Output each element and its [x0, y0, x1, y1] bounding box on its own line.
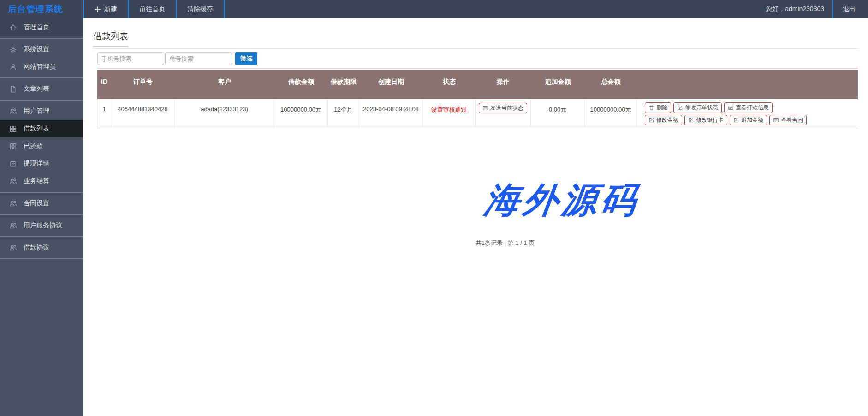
edit-bank-card-label: 修改银行卡 — [696, 116, 724, 124]
list-icon — [482, 105, 488, 111]
sidebar-group-divider — [0, 192, 83, 193]
col-header-loan-term: 借款期限 — [328, 70, 359, 99]
page-title: 借款列表 — [93, 30, 128, 47]
sidebar-item-system-settings[interactable]: 系统设置 — [0, 41, 83, 58]
table-row: 1 406444881340428 adada(12333123) 100000… — [97, 99, 858, 128]
file-icon — [9, 85, 17, 93]
sidebar-item-loan-list[interactable]: 借款列表 — [0, 120, 83, 137]
header-spacer — [225, 0, 757, 18]
col-header-id: ID — [97, 70, 111, 99]
sidebar-item-loan-agreement[interactable]: 借款协议 — [0, 239, 83, 256]
col-header-total-amount: 总金额 — [585, 70, 637, 99]
add-amount-label: 追加金额 — [741, 116, 763, 124]
plus-icon — [95, 6, 101, 12]
sidebar-item-label: 合同设置 — [24, 199, 49, 208]
edit-amount-button[interactable]: 修改金额 — [645, 115, 682, 125]
sidebar-group-divider — [0, 214, 83, 215]
cell-created-date: 2023-04-06 09:28:08 — [359, 99, 423, 128]
cell-operation: 发送当前状态 — [476, 99, 531, 128]
goto-home-button[interactable]: 前往首页 — [129, 0, 176, 18]
main-content: 借款列表 筛选 ID 订单号 客户 借款金额 借款期限 创建日期 状态 操作 追… — [83, 18, 868, 416]
logout-button[interactable]: 退出 — [833, 0, 868, 18]
user-icon — [9, 63, 17, 71]
col-header-loan-amount: 借款金额 — [274, 70, 328, 99]
sidebar-item-articles[interactable]: 文章列表 — [0, 80, 83, 98]
edit-amount-label: 修改金额 — [656, 116, 678, 124]
users-icon — [9, 107, 17, 115]
sidebar-item-business-settlement[interactable]: 业务结算 — [0, 172, 83, 190]
sidebar-item-user-management[interactable]: 用户管理 — [0, 102, 83, 120]
edit-icon — [677, 105, 683, 111]
add-amount-button[interactable]: 追加金额 — [730, 115, 767, 125]
delete-button[interactable]: 删除 — [645, 102, 671, 113]
clear-cache-button[interactable]: 清除缓存 — [177, 0, 224, 18]
sidebar-item-site-admins[interactable]: 网站管理员 — [0, 58, 83, 76]
table-header-row: ID 订单号 客户 借款金额 借款期限 创建日期 状态 操作 追加金额 总金额 — [97, 70, 858, 99]
phone-search-input[interactable] — [97, 52, 164, 65]
send-current-status-button[interactable]: 发送当前状态 — [479, 103, 527, 113]
sidebar-group-divider — [0, 236, 83, 237]
edit-bank-card-button[interactable]: 修改银行卡 — [684, 115, 727, 125]
new-button-label: 新建 — [104, 5, 117, 13]
view-payment-info-button[interactable]: 查看打款信息 — [724, 102, 773, 113]
cell-additional-amount: 0.00元 — [531, 99, 585, 128]
cell-loan-term: 12个月 — [328, 99, 359, 128]
sidebar-item-contract-settings[interactable]: 合同设置 — [0, 195, 83, 212]
sidebar-item-label: 提现详情 — [24, 160, 49, 168]
sidebar-item-withdrawal-details[interactable]: 提现详情 — [0, 155, 83, 172]
edit-icon — [688, 117, 694, 123]
edit-icon — [648, 117, 654, 123]
sidebar-group-divider — [0, 38, 83, 39]
page-title-wrap: 借款列表 — [93, 30, 858, 49]
sidebar-item-label: 借款列表 — [24, 125, 49, 133]
top-header: 后台管理系统 新建 前往首页 清除缓存 您好，admin230303 退出 — [0, 0, 868, 18]
sidebar-item-user-service-agreement[interactable]: 用户服务协议 — [0, 217, 83, 234]
sidebar-item-label: 用户管理 — [24, 107, 49, 115]
cell-customer: adada(12333123) — [175, 99, 274, 128]
sidebar-item-label: 已还款 — [24, 142, 43, 150]
cell-actions: 删除 修改订单状态 查看打款信息 — [637, 99, 858, 128]
users-icon — [9, 200, 17, 208]
sidebar-item-label: 文章列表 — [24, 85, 49, 93]
list-icon — [728, 105, 734, 111]
users-icon — [9, 178, 17, 185]
sidebar-group-divider — [0, 258, 83, 259]
cell-loan-amount: 10000000.00元 — [274, 99, 328, 128]
sidebar-group-divider — [0, 100, 83, 101]
edit-icon — [733, 117, 739, 123]
col-header-additional-amount: 追加金额 — [531, 70, 585, 99]
sidebar-item-label: 网站管理员 — [24, 63, 56, 71]
app-logo: 后台管理系统 — [0, 0, 83, 18]
sidebar-item-label: 业务结算 — [24, 177, 49, 185]
sidebar-item-dashboard[interactable]: 管理首页 — [0, 18, 83, 36]
sidebar-item-label: 系统设置 — [24, 45, 49, 53]
cell-id: 1 — [97, 99, 111, 128]
cell-order-no: 406444881340428 — [111, 99, 175, 128]
sidebar-group-divider — [0, 77, 83, 78]
filter-button[interactable]: 筛选 — [235, 52, 257, 65]
grid-icon — [9, 125, 17, 133]
grid-icon — [9, 143, 17, 150]
sidebar-item-repaid[interactable]: 已还款 — [0, 137, 83, 155]
sidebar-item-label: 借款协议 — [24, 244, 49, 252]
col-header-customer: 客户 — [175, 70, 274, 99]
home-icon — [9, 24, 17, 31]
box-icon — [9, 160, 17, 168]
delete-label: 删除 — [656, 104, 667, 112]
col-header-operation: 操作 — [476, 70, 531, 99]
col-header-actions — [637, 70, 858, 99]
app-root: 后台管理系统 新建 前往首页 清除缓存 您好，admin230303 退出 管理… — [0, 0, 868, 416]
list-icon — [773, 117, 779, 123]
clear-cache-label: 清除缓存 — [187, 5, 213, 13]
view-contract-button[interactable]: 查看合同 — [769, 115, 807, 125]
loan-table: ID 订单号 客户 借款金额 借款期限 创建日期 状态 操作 追加金额 总金额 … — [97, 70, 858, 128]
col-header-created-date: 创建日期 — [359, 70, 423, 99]
send-current-status-label: 发送当前状态 — [490, 104, 523, 112]
order-search-input[interactable] — [165, 52, 232, 65]
sidebar-item-label: 管理首页 — [24, 23, 49, 31]
edit-order-status-button[interactable]: 修改订单状态 — [673, 102, 722, 113]
edit-order-status-label: 修改订单状态 — [685, 104, 718, 112]
watermark-text: 海外源码 — [178, 183, 868, 218]
new-button[interactable]: 新建 — [84, 0, 128, 18]
status-link[interactable]: 设置审核通过 — [423, 99, 476, 128]
